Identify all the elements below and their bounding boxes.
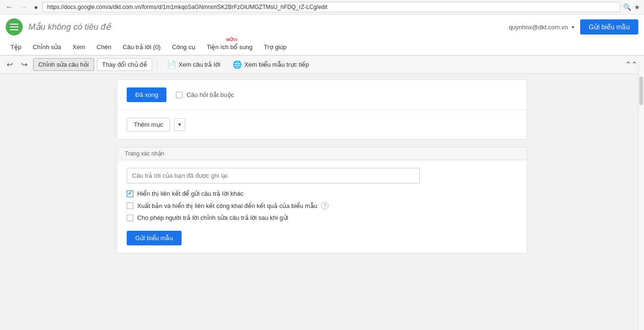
send-form-button-bottom[interactable]: Gửi biểu mẫu bbox=[127, 231, 182, 245]
option-label-publish-link: Xuất bản và hiển thị liên kết công khai … bbox=[137, 202, 317, 209]
browser-bar: ← → ● 🔍 ★ bbox=[0, 0, 644, 15]
title-row: Mẫu không có tiêu đề quynhnx@dkt.com.vn … bbox=[0, 15, 644, 39]
confirmation-card-body: Hiển thị liên kết để gửi câu trả lời khá… bbox=[117, 160, 527, 253]
confirmation-card: Trang xác nhận Hiển thị liên kết để gửi … bbox=[117, 147, 527, 253]
main-content: Đã xong Câu hỏi bắt buộc Thêm mục ▾ Tran… bbox=[109, 74, 535, 267]
checkbox-allow-edit[interactable] bbox=[127, 215, 133, 221]
view-responses-button[interactable]: 📄 Xem câu trả lời bbox=[162, 58, 225, 71]
add-section-dropdown[interactable]: ▾ bbox=[174, 118, 185, 131]
scrollbar-track bbox=[638, 61, 644, 267]
option-row-show-link: Hiển thị liên kết để gửi câu trả lời khá… bbox=[127, 190, 517, 197]
option-row-allow-edit: Cho phép người trả lời chỉnh sửa câu trả… bbox=[127, 214, 517, 221]
url-icons: 🔍 ★ bbox=[623, 3, 640, 11]
card-bottom-section: Thêm mục ▾ bbox=[117, 110, 527, 139]
new-badge: MỚI!! bbox=[226, 37, 237, 42]
undo-button[interactable]: ↩ bbox=[4, 59, 16, 70]
option-row-publish-link: Xuất bản và hiển thị liên kết công khai … bbox=[127, 202, 517, 209]
globe-icon: 🌐 bbox=[233, 60, 242, 69]
redo-button[interactable]: ↪ bbox=[18, 59, 30, 70]
required-checkbox[interactable] bbox=[176, 92, 183, 98]
edit-questions-button[interactable]: Chỉnh sửa câu hỏi bbox=[33, 58, 94, 71]
user-email: quynhnx@dkt.com.vn bbox=[509, 24, 568, 31]
forward-button[interactable]: → bbox=[18, 2, 29, 12]
option-label-show-link: Hiển thị liên kết để gửi câu trả lời khá… bbox=[137, 190, 244, 197]
confirmation-text-input[interactable] bbox=[127, 168, 420, 183]
menu-item-cau-tra-loi[interactable]: Câu trả lời (0) bbox=[118, 41, 165, 53]
top-bar: Mẫu không có tiêu đề quynhnx@dkt.com.vn … bbox=[0, 15, 644, 56]
user-dropdown-arrow[interactable]: ▾ bbox=[572, 24, 574, 30]
help-icon[interactable]: ? bbox=[321, 202, 329, 209]
external-link-icon: 📄 bbox=[167, 60, 176, 69]
done-button[interactable]: Đã xong bbox=[127, 87, 166, 102]
toolbar-separator bbox=[157, 59, 157, 70]
checkbox-show-link[interactable] bbox=[127, 191, 133, 197]
url-input[interactable] bbox=[43, 2, 620, 12]
collapse-button[interactable]: ⌃⌃ bbox=[622, 59, 640, 70]
menu-bar: Tệp Chỉnh sửa Xem Chèn Câu trả lời (0) C… bbox=[0, 39, 644, 55]
option-label-allow-edit: Cho phép người trả lời chỉnh sửa câu trả… bbox=[137, 214, 288, 221]
star-icon[interactable]: ★ bbox=[634, 3, 640, 11]
hamburger-menu[interactable] bbox=[6, 18, 23, 35]
required-section: Câu hỏi bắt buộc bbox=[176, 91, 234, 98]
search-icon[interactable]: 🔍 bbox=[623, 3, 631, 11]
menu-item-tro-giup[interactable]: Trợ giúp bbox=[259, 41, 291, 53]
view-responses-label: Xem câu trả lời bbox=[179, 61, 220, 68]
menu-item-xem[interactable]: Xem bbox=[68, 41, 90, 53]
menu-item-cong-cu[interactable]: Công cụ bbox=[167, 41, 200, 53]
question-card: Đã xong Câu hỏi bắt buộc Thêm mục ▾ bbox=[117, 79, 527, 139]
toolbar: ↩ ↪ Chỉnh sửa câu hỏi Thay đổi chủ đề 📄 … bbox=[0, 56, 644, 74]
send-form-button-top[interactable]: Gửi biểu mẫu bbox=[580, 19, 638, 35]
add-section-button[interactable]: Thêm mục bbox=[127, 118, 170, 131]
card-top-section: Đã xong Câu hỏi bắt buộc bbox=[117, 80, 527, 110]
menu-item-tien-ich[interactable]: Tiện ích bổ sung MỚI!! bbox=[202, 41, 257, 53]
menu-label-tien-ich: Tiện ích bổ sung bbox=[207, 43, 252, 51]
back-button[interactable]: ← bbox=[4, 2, 15, 12]
checkbox-publish-link[interactable] bbox=[127, 202, 133, 209]
menu-item-chen[interactable]: Chèn bbox=[92, 41, 116, 53]
confirmation-card-header: Trang xác nhận bbox=[117, 148, 527, 160]
menu-item-tep[interactable]: Tệp bbox=[6, 41, 26, 53]
menu-item-chinh-sua[interactable]: Chỉnh sửa bbox=[28, 41, 66, 53]
app-title: Mẫu không có tiêu đề bbox=[28, 22, 503, 32]
change-theme-button[interactable]: Thay đổi chủ đề bbox=[97, 58, 152, 71]
reload-button[interactable]: ● bbox=[32, 2, 40, 12]
view-form-label: Xem biểu mẫu trực tiếp bbox=[244, 61, 309, 68]
user-section: quynhnx@dkt.com.vn ▾ bbox=[509, 24, 574, 31]
required-label: Câu hỏi bắt buộc bbox=[186, 91, 234, 98]
scrollbar-thumb[interactable] bbox=[639, 77, 643, 105]
view-form-button[interactable]: 🌐 Xem biểu mẫu trực tiếp bbox=[228, 58, 314, 71]
